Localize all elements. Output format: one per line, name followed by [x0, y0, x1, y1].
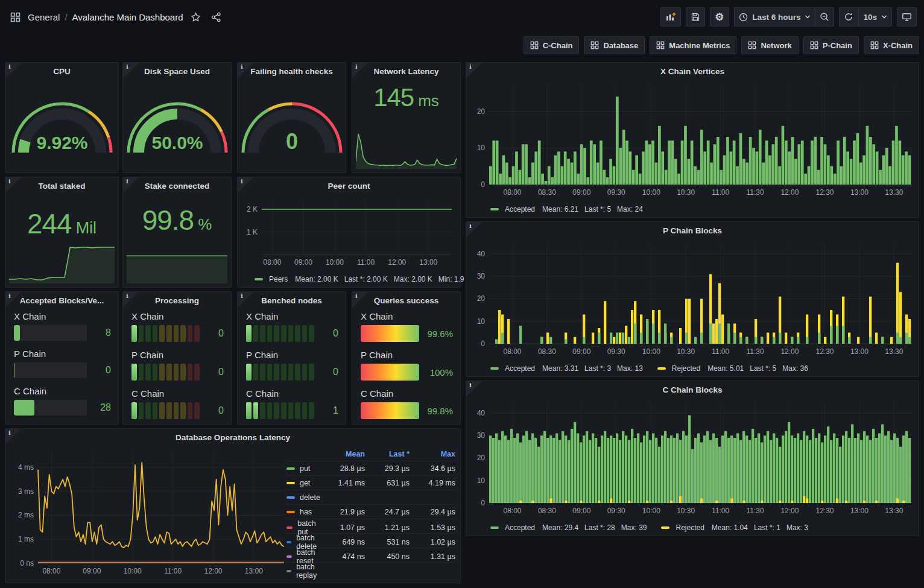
col-mean[interactable]: Mean — [320, 450, 365, 458]
series-chip[interactable] — [255, 278, 263, 280]
chain-value: 0 — [206, 367, 224, 378]
panel-title[interactable]: CPU — [5, 63, 118, 80]
dashboard-link-network[interactable]: Network — [741, 36, 798, 54]
dbops-chart[interactable]: 08:0009:0010:0011:0012:0013:000 ns1 ms2 … — [9, 447, 283, 580]
chain-value: 99.8% — [425, 406, 453, 416]
series-chip[interactable] — [286, 482, 295, 484]
panel-title[interactable]: Stake connected — [123, 177, 231, 194]
svg-text:2 ms: 2 ms — [18, 511, 34, 519]
series-chip[interactable] — [490, 526, 499, 529]
panel-info-corner[interactable]: i — [5, 63, 21, 78]
series-label[interactable]: Accepted — [505, 364, 535, 373]
page-title[interactable]: Avalanche Main Dashboard — [72, 12, 183, 22]
monitor-icon — [902, 12, 912, 22]
p-chain-blocks-legend: Accepted Mean: 3.31 Last *: 3 Max: 13 Re… — [490, 364, 817, 373]
series-label[interactable]: Rejected — [672, 364, 700, 373]
series-chip[interactable] — [661, 526, 669, 529]
peer-count-chart[interactable]: 08:0009:0010:0011:0012:0013:001 K2 K — [240, 195, 457, 270]
time-range-picker[interactable]: Last 6 hours — [734, 7, 815, 27]
svg-text:13:30: 13:30 — [885, 347, 903, 356]
svg-text:09:00: 09:00 — [572, 188, 590, 197]
dashboard-settings-button[interactable]: ⚙ — [710, 7, 729, 27]
panel-accepted-blocks: i Accepted Blocks/Ve... X Chain8P Chain0… — [5, 291, 119, 425]
series-chip[interactable] — [657, 367, 666, 370]
save-dashboard-button[interactable] — [686, 7, 705, 27]
gradient-gauge — [361, 402, 419, 419]
benched-nodes-rows: X Chain0P Chain0C Chain1 — [246, 311, 338, 419]
panel-info-corner[interactable]: i — [123, 292, 139, 308]
panel-info-corner[interactable]: i — [352, 63, 368, 78]
panel-info-corner[interactable]: i — [5, 429, 21, 444]
panel-title[interactable]: Total staked — [5, 177, 118, 194]
series-chip[interactable] — [286, 511, 295, 513]
zoom-out-time-button[interactable] — [815, 7, 834, 27]
led-gauge — [131, 364, 200, 381]
svg-text:1 ms: 1 ms — [18, 535, 34, 543]
svg-text:08:00: 08:00 — [503, 507, 521, 515]
panel-info-corner[interactable]: i — [238, 177, 253, 193]
tv-mode-button[interactable] — [897, 7, 917, 27]
dashboard-link-x-chain[interactable]: X-Chain — [864, 36, 919, 54]
panel-info-corner[interactable]: i — [352, 292, 368, 308]
col-last[interactable]: Last * — [365, 450, 410, 458]
dashboard-link-database[interactable]: Database — [584, 36, 645, 54]
panel-title[interactable]: Queries success — [352, 292, 460, 309]
panel-info-corner[interactable]: i — [238, 63, 253, 78]
series-chip[interactable] — [286, 467, 295, 470]
series-label[interactable]: has — [300, 508, 312, 516]
series-label[interactable]: Rejected — [676, 523, 704, 532]
series-label[interactable]: delete — [300, 493, 320, 502]
panel-title[interactable]: P Chain Blocks — [466, 222, 919, 239]
add-panel-button[interactable] — [660, 7, 681, 27]
series-chip[interactable] — [490, 208, 499, 210]
panel-title[interactable]: Failing health checks — [238, 63, 346, 80]
chain-label: P Chain — [361, 350, 453, 360]
series-chip[interactable] — [490, 367, 499, 370]
panel-title[interactable]: Disk Space Used — [123, 63, 231, 80]
panel-info-corner[interactable]: i — [5, 292, 21, 308]
dashboard-link-machine-metrics[interactable]: Machine Metrics — [650, 36, 736, 54]
refresh-button[interactable] — [839, 7, 858, 27]
star-icon[interactable] — [188, 9, 204, 25]
c-chain-blocks-chart[interactable]: 08:0008:3009:0009:3010:0010:3011:0011:30… — [469, 398, 915, 519]
panel-title[interactable]: C Chain Blocks — [466, 381, 919, 398]
series-label[interactable]: get — [300, 479, 310, 487]
share-icon[interactable] — [209, 9, 224, 25]
panel-info-corner[interactable]: i — [123, 177, 139, 193]
apps-grid-icon[interactable] — [7, 9, 23, 25]
svg-text:12:00: 12:00 — [780, 347, 799, 356]
series-label[interactable]: Accepted — [505, 523, 535, 532]
panel-info-corner[interactable]: i — [5, 177, 21, 193]
legend-table-row: batch replay — [286, 562, 455, 577]
refresh-interval-picker[interactable]: 10s — [858, 7, 892, 27]
x-chain-vertices-chart[interactable]: 08:0008:3009:0009:3010:0010:3011:0011:30… — [469, 80, 915, 200]
panel-title[interactable]: Accepted Blocks/Ve... — [5, 292, 118, 309]
dashboard-link-p-chain[interactable]: P-Chain — [803, 36, 859, 54]
panel-title[interactable]: Benched nodes — [238, 292, 346, 309]
chain-label: C Chain — [361, 388, 453, 399]
panel-title[interactable]: Network Latency — [352, 63, 460, 80]
panel-title[interactable]: Processing — [123, 292, 231, 309]
chain-row: X Chain0 — [131, 311, 224, 342]
breadcrumb-section[interactable]: General — [28, 12, 60, 22]
col-max[interactable]: Max — [410, 450, 455, 458]
series-label[interactable]: Peers — [269, 275, 288, 283]
clock-icon — [739, 13, 748, 22]
series-chip[interactable] — [286, 496, 295, 499]
panel-title[interactable]: Peer count — [238, 177, 460, 194]
panel-info-corner[interactable]: i — [466, 381, 482, 397]
panel-info-corner[interactable]: i — [466, 222, 482, 238]
panel-queries-success: i Queries success X Chain99.6%P Chain100… — [352, 291, 461, 425]
panel-info-corner[interactable]: i — [466, 63, 482, 78]
panel-info-corner[interactable]: i — [238, 292, 253, 308]
series-label[interactable]: put — [300, 464, 310, 473]
series-label[interactable]: Accepted — [505, 205, 535, 213]
series-label[interactable]: batch replay — [296, 563, 320, 580]
p-chain-blocks-chart[interactable]: 08:0008:3009:0009:3010:0010:3011:0011:30… — [469, 239, 915, 359]
dbops-chart-holder: 08:0009:0010:0011:0012:0013:000 ns1 ms2 … — [9, 447, 283, 580]
dashboard-link-c-chain[interactable]: C-Chain — [524, 36, 580, 54]
panel-info-corner[interactable]: i — [123, 63, 139, 78]
plus-icon — [672, 13, 676, 16]
panel-title[interactable]: Database Operations Latency — [5, 429, 460, 446]
panel-title[interactable]: X Chain Vertices — [466, 63, 919, 80]
